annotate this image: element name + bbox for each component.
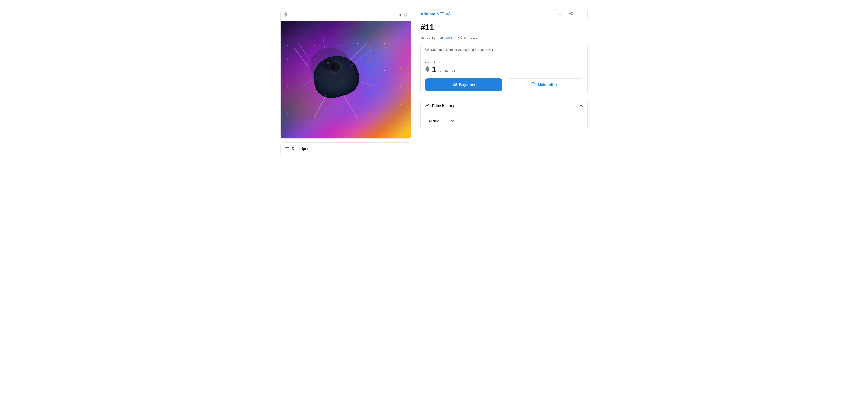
clock-icon <box>425 48 429 52</box>
buy-action-row: Buy now Make offer <box>425 78 583 91</box>
description-icon: ☰ <box>285 146 289 152</box>
image-header-right: 0 ♡ <box>399 12 408 18</box>
svg-line-1 <box>299 44 312 64</box>
svg-line-3 <box>350 50 371 66</box>
price-history-header: Price History <box>421 100 587 112</box>
owner-address[interactable]: 4BDD0D <box>440 36 454 40</box>
wallet-icon <box>452 82 457 88</box>
share-icon <box>569 12 573 16</box>
refresh-icon: ↻ <box>558 12 561 16</box>
svg-line-2 <box>348 44 366 61</box>
svg-point-11 <box>323 59 335 70</box>
views-label: views <box>469 36 477 40</box>
share-button[interactable] <box>566 9 576 19</box>
heart-icon[interactable]: ♡ <box>403 12 408 18</box>
nft-image-card: 0 ♡ <box>280 9 411 139</box>
collection-name[interactable]: Adulam NFT V3 <box>421 12 451 17</box>
collection-header: Adulam NFT V3 ↻ ⋮ <box>421 9 588 19</box>
chevron-up-icon[interactable] <box>579 104 583 108</box>
chart-icon <box>425 104 430 108</box>
svg-point-15 <box>571 14 572 15</box>
make-offer-label: Make offer <box>538 83 557 87</box>
make-offer-button[interactable]: Make offer <box>506 78 583 91</box>
price-history-body: All time Last 7 days Last 30 days Last 9… <box>421 112 587 130</box>
nft-title: #11 <box>421 23 588 32</box>
price-row: 1 $1,341.63 <box>425 66 583 74</box>
action-buttons: ↻ ⋮ <box>554 9 588 19</box>
tag-icon <box>531 82 535 87</box>
views-row: 10 views <box>458 36 477 40</box>
svg-line-0 <box>294 48 308 66</box>
buy-now-label: Buy now <box>459 83 475 87</box>
eth-icon-header <box>284 12 287 18</box>
description-card[interactable]: ☰ Description <box>280 142 411 155</box>
image-card-header: 0 ♡ <box>281 9 411 21</box>
price-history-title-row: Price History <box>425 104 454 108</box>
more-options-button[interactable]: ⋮ <box>578 9 588 19</box>
svg-line-5 <box>330 98 337 123</box>
sale-panel: Sale ends October 26, 2022 at 4:41pm GMT… <box>421 44 588 96</box>
eye-icon <box>458 36 462 40</box>
sale-ends-text: Sale ends October 26, 2022 at 4:41pm GMT… <box>431 48 497 52</box>
svg-line-16 <box>570 14 572 15</box>
description-label: Description <box>292 147 312 151</box>
ownership-row: Owned by 4BDD0D 10 views <box>421 36 588 40</box>
svg-line-4 <box>314 95 326 118</box>
svg-line-8 <box>360 82 380 86</box>
views-count: 10 <box>464 36 467 40</box>
creature-spikes <box>281 21 411 139</box>
like-count: 0 <box>399 13 401 17</box>
eth-icon-price <box>425 66 430 74</box>
price-usd: $1,341.63 <box>439 69 455 73</box>
svg-point-22 <box>455 84 456 85</box>
price-history-panel: Price History All time Last 7 days Last … <box>421 99 588 130</box>
right-column: Adulam NFT V3 ↻ ⋮ <box>421 9 588 155</box>
sale-body: Current price 1 $1,341.63 <box>421 56 587 96</box>
sale-header: Sale ends October 26, 2022 at 4:41pm GMT… <box>421 44 587 56</box>
svg-point-18 <box>460 37 461 38</box>
left-column: 0 ♡ <box>280 9 411 155</box>
svg-point-14 <box>569 13 570 14</box>
owned-by-label: Owned by <box>421 36 436 40</box>
svg-line-6 <box>344 95 358 118</box>
price-eth: 1 <box>432 66 436 74</box>
svg-point-12 <box>327 62 329 64</box>
svg-point-13 <box>571 12 572 13</box>
refresh-button[interactable]: ↻ <box>554 9 564 19</box>
current-price-label: Current price <box>425 60 583 64</box>
buy-now-button[interactable]: Buy now <box>425 78 502 91</box>
price-history-title: Price History <box>432 104 454 108</box>
time-filter-select[interactable]: All time Last 7 days Last 30 days Last 9… <box>425 117 457 125</box>
svg-line-7 <box>299 77 317 89</box>
more-icon: ⋮ <box>581 12 585 16</box>
svg-line-17 <box>570 13 572 13</box>
nft-image <box>281 21 411 139</box>
